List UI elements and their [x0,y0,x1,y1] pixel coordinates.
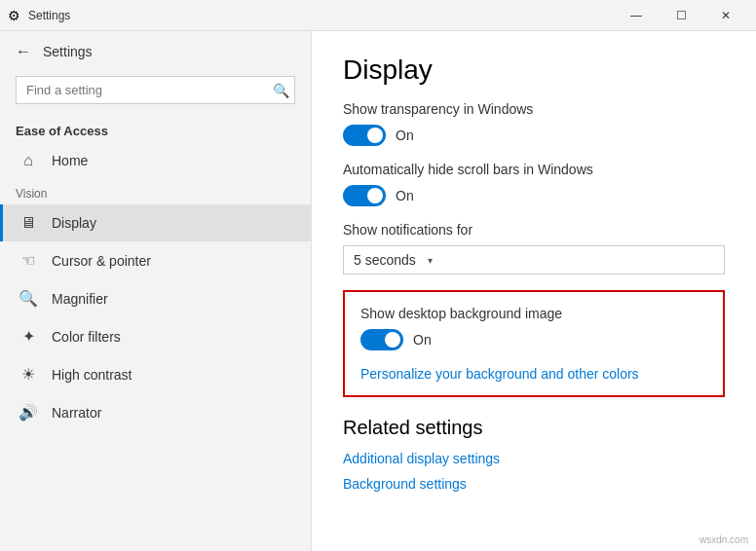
sidebar-item-narrator[interactable]: 🔊 Narrator [0,393,311,431]
sidebar-item-display[interactable]: 🖥 Display [0,204,311,241]
transparency-setting: Show transparency in Windows On [343,101,725,146]
transparency-toggle-label: On [396,128,414,143]
colorfilters-icon: ✦ [19,327,38,346]
desktop-background-toggle-row: On [360,329,707,350]
magnifier-icon: 🔍 [19,289,38,308]
sidebar-item-label-narrator: Narrator [52,405,101,421]
cursor-icon: ☜ [19,251,38,270]
sidebar-item-label-home: Home [52,153,88,168]
sidebar-item-label-colorfilters: Color filters [52,329,121,345]
sidebar-item-magnifier[interactable]: 🔍 Magnifier [0,279,311,317]
sidebar: ← Settings 🔍 Ease of Access ⌂ Home Visio… [0,31,312,551]
back-button[interactable]: ← [16,43,31,60]
sidebar-item-home[interactable]: ⌂ Home [0,142,311,179]
search-box: 🔍 [16,76,295,104]
close-button[interactable]: ✕ [703,0,748,31]
search-icon-button[interactable]: 🔍 [273,83,289,98]
scrollbars-toggle-row: On [343,185,725,206]
notifications-dropdown-value: 5 seconds [354,252,416,268]
background-settings-link[interactable]: Background settings [343,476,725,492]
transparency-label: Show transparency in Windows [343,101,725,117]
home-icon: ⌂ [19,152,38,169]
transparency-toggle[interactable] [343,125,386,146]
sidebar-item-cursor[interactable]: ☜ Cursor & pointer [0,241,311,279]
desktop-background-label: Show desktop background image [360,306,707,321]
maximize-button[interactable]: ☐ [659,0,703,31]
sidebar-item-highcontrast[interactable]: ☀ High contrast [0,355,311,393]
notifications-setting: Show notifications for 5 seconds ▾ [343,222,725,275]
title-bar-title: Settings [28,9,70,22]
sidebar-item-label-display: Display [52,215,96,231]
minimize-button[interactable]: — [614,0,659,31]
settings-window-icon: ⚙ [8,8,20,23]
personalize-link[interactable]: Personalize your background and other co… [360,366,639,382]
sidebar-item-label-magnifier: Magnifier [52,291,108,307]
title-bar: ⚙ Settings — ☐ ✕ [0,0,756,31]
desktop-background-toggle[interactable] [360,329,403,350]
sidebar-item-label-cursor: Cursor & pointer [52,253,151,269]
vision-section-label: Vision [0,179,311,204]
page-title: Display [343,55,725,86]
scrollbars-toggle-label: On [396,188,414,203]
notifications-dropdown[interactable]: 5 seconds ▾ [343,245,725,275]
title-bar-controls: — ☐ ✕ [614,0,748,31]
highcontrast-icon: ☀ [19,365,38,384]
sidebar-item-label-highcontrast: High contrast [52,367,132,383]
sidebar-app-title: Settings [43,44,93,59]
main-content: Display Show transparency in Windows On … [312,31,756,551]
narrator-icon: 🔊 [19,403,38,422]
search-input[interactable] [16,76,295,104]
ease-of-access-heading: Ease of Access [0,116,311,142]
app-body: ← Settings 🔍 Ease of Access ⌂ Home Visio… [0,31,756,551]
chevron-down-icon: ▾ [428,255,433,266]
scrollbars-setting: Automatically hide scroll bars in Window… [343,162,725,206]
transparency-toggle-row: On [343,125,725,146]
desktop-background-toggle-label: On [413,332,432,348]
related-settings-section: Related settings Additional display sett… [343,417,725,492]
desktop-background-box: Show desktop background image On Persona… [343,290,725,397]
notifications-label: Show notifications for [343,222,725,238]
title-bar-left: ⚙ Settings [8,8,70,23]
scrollbars-toggle[interactable] [343,185,386,206]
sidebar-item-colorfilters[interactable]: ✦ Color filters [0,317,311,355]
additional-display-link[interactable]: Additional display settings [343,451,725,466]
scrollbars-label: Automatically hide scroll bars in Window… [343,162,725,177]
related-settings-title: Related settings [343,417,725,439]
display-icon: 🖥 [19,214,38,232]
sidebar-header: ← Settings [0,31,311,72]
